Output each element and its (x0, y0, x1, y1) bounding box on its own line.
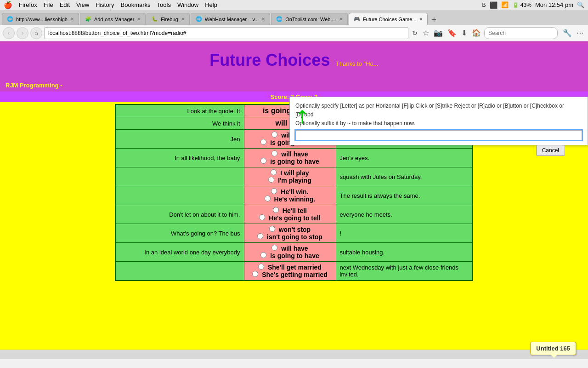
radio-option-top[interactable]: He'll win. (248, 188, 332, 196)
cell-left: Jen (115, 130, 244, 149)
radio-option-top[interactable]: He'll tell (248, 207, 332, 214)
radio-input-bottom[interactable] (265, 196, 271, 201)
table-row: I will play I'm playing squash with Jule… (115, 167, 473, 186)
radio-option-top[interactable]: won't stop (248, 226, 332, 233)
tab-2-close[interactable]: ✕ (181, 17, 185, 22)
radio-input-top[interactable] (273, 207, 279, 213)
cancel-button[interactable]: Cancel (536, 145, 565, 156)
radio-input-bottom[interactable] (260, 139, 266, 145)
radio-option-bottom[interactable]: He's winning. (248, 196, 332, 203)
apple-menu[interactable]: 🍎 (4, 1, 12, 9)
radio-input-bottom[interactable] (268, 177, 274, 183)
tooltip-overlay: Optionally specify [Letter] as per Horiz… (289, 97, 588, 145)
menu-history[interactable]: History (96, 1, 114, 8)
radio-input-top[interactable] (269, 226, 275, 232)
tab-2-label: Firebug (161, 17, 178, 22)
cell-left (115, 262, 244, 281)
tab-5[interactable]: 🎮 Future Choices Game... ✕ (349, 13, 428, 25)
cell-center: She'll get married She's getting married (244, 262, 336, 281)
cell-right: squash with Jules on Saturday. (336, 167, 473, 186)
table-row: He'll win. He's winning. The result is a… (115, 186, 473, 205)
rjm-label: RJM Programming - (6, 82, 62, 89)
search-menu-icon[interactable]: 🔍 (577, 1, 584, 8)
home-button[interactable]: ⌂ (30, 27, 42, 39)
untitled-tooltip[interactable]: Untitled 165 (530, 342, 576, 355)
menu-bookmarks[interactable]: Bookmarks (121, 1, 151, 8)
radio-option-bottom[interactable]: isn't going to stop (248, 233, 332, 241)
reload-button[interactable]: ↻ (410, 29, 419, 37)
radio-input-top[interactable] (271, 188, 277, 194)
tab-2[interactable]: 🐛 Firebug ✕ (147, 13, 189, 25)
battery-icon: 🔋 43% (512, 2, 531, 8)
radio-option-bottom[interactable]: He's going to tell (248, 214, 332, 222)
tab-1-close[interactable]: ✕ (137, 17, 141, 22)
radio-input-top[interactable] (271, 132, 277, 138)
screenshot-icon[interactable]: 📷 (432, 29, 444, 37)
new-tab-button[interactable]: + (429, 15, 439, 25)
menu-window[interactable]: Window (177, 1, 198, 8)
tab-3-close[interactable]: ✕ (261, 17, 265, 22)
radio-option-bottom[interactable]: is going to have (248, 158, 332, 165)
tab-5-close[interactable]: ✕ (419, 17, 423, 22)
cell-left: In an ideal world one day everybody (115, 243, 244, 262)
menu-firefox[interactable]: Firefox (19, 1, 37, 8)
pocket-save-icon[interactable]: 🔖 (446, 29, 458, 37)
addressbar: ‹ › ⌂ ↻ ☆ 📷 🔖 ⬇ 🏠 🔧 ⋯ (0, 25, 588, 41)
menu-help[interactable]: Help (205, 1, 217, 8)
menu-view[interactable]: View (76, 1, 89, 8)
menu-tools[interactable]: Tools (157, 1, 171, 8)
tab-3[interactable]: 🌐 WebHost Manager – v... ✕ (191, 13, 271, 25)
cell-left: Don't let on about it to him. (115, 205, 244, 224)
url-input[interactable] (44, 27, 408, 39)
lastpass-icon[interactable]: B (482, 2, 486, 8)
radio-input-bottom[interactable] (260, 158, 266, 164)
radio-input-top[interactable] (271, 150, 277, 156)
more-icon[interactable]: ⋯ (575, 29, 585, 37)
cell-center: He'll win. He's winning. (244, 186, 336, 205)
cell-left: What's going on? The bus (115, 224, 244, 243)
radio-option-bottom[interactable]: is going to have (248, 252, 332, 259)
radio-input-bottom[interactable] (252, 271, 258, 277)
tab-0-close[interactable]: ✕ (70, 17, 74, 22)
forward-button[interactable]: › (17, 27, 28, 39)
cell-left (115, 186, 244, 205)
tooltip-input[interactable] (295, 130, 582, 140)
tab-0[interactable]: 🌐 http://www....liessohigh ✕ (2, 13, 79, 25)
cell-center: I will play I'm playing (244, 167, 336, 186)
tab-5-label: Future Choices Game... (363, 17, 417, 22)
tabbar: 🌐 http://www....liessohigh ✕ 🧩 Add-ons M… (0, 10, 588, 25)
radio-option-top[interactable]: will have (248, 150, 332, 158)
radio-input-bottom[interactable] (259, 214, 265, 220)
tab-4-favicon: 🌐 (276, 16, 283, 22)
radio-option-bottom[interactable]: She's getting married (248, 271, 332, 278)
statusbar (0, 350, 588, 359)
menu-edit[interactable]: Edit (60, 1, 70, 8)
addon-icon[interactable]: 🔧 (561, 29, 573, 37)
menu-file[interactable]: File (44, 1, 53, 8)
cell-left: We think it (115, 117, 244, 130)
radio-input-bottom[interactable] (260, 252, 266, 258)
radio-input-top[interactable] (271, 169, 277, 175)
tab-4[interactable]: 🌐 OnToplist.com: Web ... ✕ (271, 13, 347, 25)
radio-input-top[interactable] (271, 245, 277, 251)
table-row: What's going on? The bus won't stop isn'… (115, 224, 473, 243)
cell-right: everyone he meets. (336, 205, 473, 224)
untitled-triangle (550, 354, 558, 358)
back-button[interactable]: ‹ (3, 27, 15, 39)
radio-option-top[interactable]: will have (248, 245, 332, 252)
tab-4-close[interactable]: ✕ (339, 17, 343, 22)
house-icon[interactable]: 🏠 (470, 29, 482, 37)
bookmark-icon[interactable]: ☆ (421, 29, 430, 37)
tab-1-favicon: 🧩 (85, 16, 91, 22)
cell-right: Jen's eyes. (336, 149, 473, 167)
radio-option-top[interactable]: I will play (248, 169, 332, 177)
radio-option-top[interactable]: She'll get married (248, 264, 332, 271)
tab-1[interactable]: 🧩 Add-ons Manager ✕ (80, 13, 146, 25)
cell-center: will have is going to have (244, 149, 336, 167)
download-icon[interactable]: ⬇ (460, 29, 469, 37)
radio-option-bottom[interactable]: I'm playing (248, 177, 332, 184)
search-input[interactable] (484, 27, 558, 39)
pocket-icon[interactable]: ⬛ (490, 1, 498, 9)
radio-input-bottom[interactable] (257, 233, 263, 239)
radio-input-top[interactable] (258, 264, 264, 270)
